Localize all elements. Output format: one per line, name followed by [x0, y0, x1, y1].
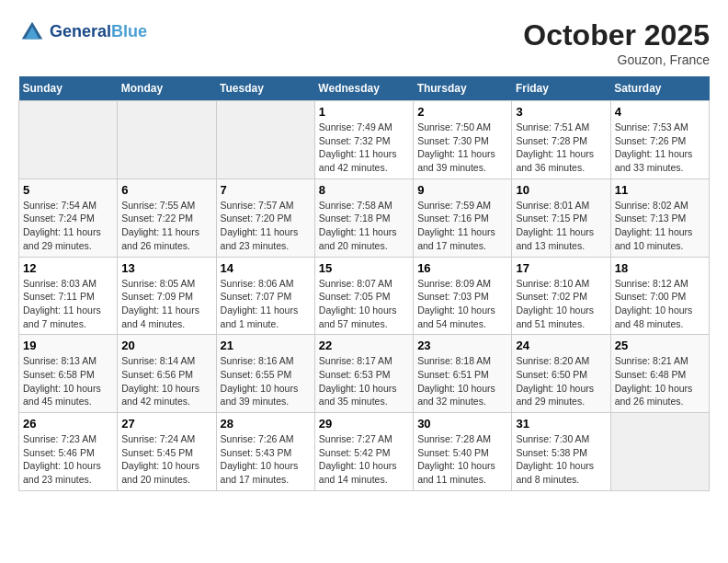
calendar-table: SundayMondayTuesdayWednesdayThursdayFrid… — [18, 76, 710, 491]
logo: GeneralBlue — [18, 18, 147, 46]
day-info: Sunrise: 8:07 AM Sunset: 7:05 PM Dayligh… — [319, 277, 409, 331]
day-number: 29 — [319, 417, 409, 431]
day-info: Sunrise: 7:57 AM Sunset: 7:20 PM Dayligh… — [221, 199, 311, 253]
calendar-cell: 6Sunrise: 7:55 AM Sunset: 7:22 PM Daylig… — [118, 178, 216, 257]
calendar-cell: 14Sunrise: 8:06 AM Sunset: 7:07 PM Dayli… — [216, 257, 314, 335]
day-number: 23 — [417, 339, 507, 352]
day-info: Sunrise: 8:14 AM Sunset: 6:56 PM Dayligh… — [121, 354, 211, 408]
calendar-cell: 18Sunrise: 8:12 AM Sunset: 7:00 PM Dayli… — [610, 257, 709, 335]
calendar-cell: 25Sunrise: 8:21 AM Sunset: 6:48 PM Dayli… — [610, 335, 709, 413]
day-number: 30 — [417, 417, 507, 431]
calendar-cell: 9Sunrise: 7:59 AM Sunset: 7:16 PM Daylig… — [414, 178, 512, 257]
day-number: 1 — [319, 105, 409, 119]
day-info: Sunrise: 8:01 AM Sunset: 7:15 PM Dayligh… — [516, 199, 606, 253]
weekday-header-saturday: Saturday — [610, 76, 709, 101]
day-info: Sunrise: 7:55 AM Sunset: 7:22 PM Dayligh… — [121, 199, 211, 253]
month-title: October 2025 — [523, 18, 710, 52]
weekday-header-wednesday: Wednesday — [314, 76, 413, 101]
day-number: 28 — [221, 417, 311, 431]
location: Gouzon, France — [523, 52, 710, 67]
calendar-cell: 30Sunrise: 7:28 AM Sunset: 5:40 PM Dayli… — [414, 413, 512, 491]
day-number: 13 — [121, 261, 211, 275]
day-number: 25 — [615, 339, 705, 352]
day-number: 4 — [615, 105, 705, 119]
day-number: 8 — [319, 183, 409, 197]
weekday-header-monday: Monday — [118, 76, 216, 101]
day-info: Sunrise: 7:58 AM Sunset: 7:18 PM Dayligh… — [319, 199, 409, 253]
day-number: 16 — [417, 261, 507, 275]
calendar-cell — [610, 413, 709, 491]
calendar-cell: 23Sunrise: 8:18 AM Sunset: 6:51 PM Dayli… — [414, 335, 512, 413]
calendar-cell: 21Sunrise: 8:16 AM Sunset: 6:55 PM Dayli… — [216, 335, 314, 413]
day-number: 14 — [221, 261, 311, 275]
calendar-cell — [216, 101, 314, 179]
day-info: Sunrise: 8:18 AM Sunset: 6:51 PM Dayligh… — [417, 354, 507, 408]
calendar-cell: 29Sunrise: 7:27 AM Sunset: 5:42 PM Dayli… — [314, 413, 413, 491]
day-number: 7 — [221, 183, 311, 197]
day-info: Sunrise: 8:20 AM Sunset: 6:50 PM Dayligh… — [516, 354, 606, 408]
day-info: Sunrise: 7:59 AM Sunset: 7:16 PM Dayligh… — [417, 199, 507, 253]
day-number: 19 — [23, 339, 113, 352]
day-number: 6 — [121, 183, 211, 197]
calendar-cell: 31Sunrise: 7:30 AM Sunset: 5:38 PM Dayli… — [512, 413, 610, 491]
day-info: Sunrise: 8:06 AM Sunset: 7:07 PM Dayligh… — [221, 277, 311, 331]
calendar-cell: 20Sunrise: 8:14 AM Sunset: 6:56 PM Dayli… — [118, 335, 216, 413]
day-number: 3 — [516, 105, 606, 119]
day-number: 26 — [23, 417, 113, 431]
calendar-cell: 3Sunrise: 7:51 AM Sunset: 7:28 PM Daylig… — [512, 101, 610, 179]
day-number: 18 — [615, 261, 705, 275]
calendar-cell: 17Sunrise: 8:10 AM Sunset: 7:02 PM Dayli… — [512, 257, 610, 335]
day-info: Sunrise: 7:51 AM Sunset: 7:28 PM Dayligh… — [516, 121, 606, 175]
day-number: 20 — [121, 339, 211, 352]
day-info: Sunrise: 7:26 AM Sunset: 5:43 PM Dayligh… — [221, 432, 311, 487]
day-info: Sunrise: 7:53 AM Sunset: 7:26 PM Dayligh… — [615, 121, 705, 175]
day-info: Sunrise: 8:03 AM Sunset: 7:11 PM Dayligh… — [23, 277, 113, 331]
logo-icon — [18, 18, 46, 46]
day-info: Sunrise: 7:50 AM Sunset: 7:30 PM Dayligh… — [417, 121, 507, 175]
day-number: 27 — [121, 417, 211, 431]
weekday-header-tuesday: Tuesday — [216, 76, 314, 101]
day-number: 15 — [319, 261, 409, 275]
day-number: 2 — [417, 105, 507, 119]
calendar-cell: 26Sunrise: 7:23 AM Sunset: 5:46 PM Dayli… — [19, 413, 118, 491]
calendar-cell: 28Sunrise: 7:26 AM Sunset: 5:43 PM Dayli… — [216, 413, 314, 491]
day-info: Sunrise: 8:17 AM Sunset: 6:53 PM Dayligh… — [319, 354, 409, 408]
weekday-header-thursday: Thursday — [414, 76, 512, 101]
day-number: 21 — [221, 339, 311, 352]
day-info: Sunrise: 8:10 AM Sunset: 7:02 PM Dayligh… — [516, 277, 606, 331]
weekday-header-sunday: Sunday — [19, 76, 118, 101]
day-info: Sunrise: 8:16 AM Sunset: 6:55 PM Dayligh… — [221, 354, 311, 408]
day-number: 22 — [319, 339, 409, 352]
calendar-cell: 15Sunrise: 8:07 AM Sunset: 7:05 PM Dayli… — [314, 257, 413, 335]
day-info: Sunrise: 8:13 AM Sunset: 6:58 PM Dayligh… — [23, 354, 113, 408]
calendar-cell: 7Sunrise: 7:57 AM Sunset: 7:20 PM Daylig… — [216, 178, 314, 257]
day-number: 24 — [516, 339, 606, 352]
calendar-cell: 5Sunrise: 7:54 AM Sunset: 7:24 PM Daylig… — [19, 178, 118, 257]
day-info: Sunrise: 8:21 AM Sunset: 6:48 PM Dayligh… — [615, 354, 705, 408]
day-info: Sunrise: 8:12 AM Sunset: 7:00 PM Dayligh… — [615, 277, 705, 331]
day-number: 31 — [516, 417, 606, 431]
title-block: October 2025 Gouzon, France — [523, 18, 710, 67]
logo-text: GeneralBlue — [50, 23, 147, 41]
calendar-cell: 16Sunrise: 8:09 AM Sunset: 7:03 PM Dayli… — [414, 257, 512, 335]
day-info: Sunrise: 8:09 AM Sunset: 7:03 PM Dayligh… — [417, 277, 507, 331]
day-info: Sunrise: 8:05 AM Sunset: 7:09 PM Dayligh… — [121, 277, 211, 331]
page-header: GeneralBlue October 2025 Gouzon, France — [18, 18, 710, 67]
calendar-cell: 4Sunrise: 7:53 AM Sunset: 7:26 PM Daylig… — [610, 101, 709, 179]
calendar-cell: 24Sunrise: 8:20 AM Sunset: 6:50 PM Dayli… — [512, 335, 610, 413]
calendar-cell: 13Sunrise: 8:05 AM Sunset: 7:09 PM Dayli… — [118, 257, 216, 335]
day-number: 5 — [23, 183, 113, 197]
day-info: Sunrise: 7:30 AM Sunset: 5:38 PM Dayligh… — [516, 432, 606, 487]
calendar-cell: 2Sunrise: 7:50 AM Sunset: 7:30 PM Daylig… — [414, 101, 512, 179]
calendar-cell — [19, 101, 118, 179]
day-info: Sunrise: 7:27 AM Sunset: 5:42 PM Dayligh… — [319, 432, 409, 487]
day-number: 12 — [23, 261, 113, 275]
day-info: Sunrise: 7:28 AM Sunset: 5:40 PM Dayligh… — [417, 432, 507, 487]
weekday-header-friday: Friday — [512, 76, 610, 101]
day-info: Sunrise: 8:02 AM Sunset: 7:13 PM Dayligh… — [615, 199, 705, 253]
calendar-cell — [118, 101, 216, 179]
calendar-cell: 22Sunrise: 8:17 AM Sunset: 6:53 PM Dayli… — [314, 335, 413, 413]
calendar-cell: 19Sunrise: 8:13 AM Sunset: 6:58 PM Dayli… — [19, 335, 118, 413]
day-info: Sunrise: 7:24 AM Sunset: 5:45 PM Dayligh… — [121, 432, 211, 487]
calendar-cell: 11Sunrise: 8:02 AM Sunset: 7:13 PM Dayli… — [610, 178, 709, 257]
